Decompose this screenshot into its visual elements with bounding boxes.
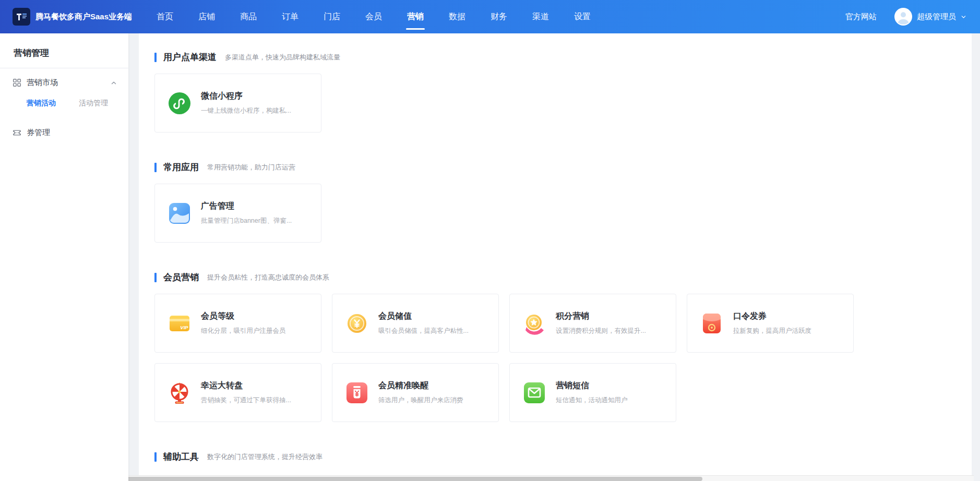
section-auxiliary-tools: 辅助工具数字化的门店管理系统，提升经营效率 <box>154 451 956 463</box>
card-description: 吸引会员储值，提高客户粘性... <box>378 327 469 335</box>
user-avatar-icon <box>894 8 912 26</box>
card-member-level[interactable]: VIP会员等级细化分层，吸引用户注册会员 <box>154 294 321 353</box>
top-nav: 首页店铺商品订单门店会员营销数据财务渠道设置 <box>144 0 603 33</box>
page-layout: 营销管理 营销市场营销活动活动管理券管理 用户点单渠道多渠道点单，快速为品牌构建… <box>0 33 980 481</box>
section-accent-bar <box>154 273 157 282</box>
nav-item-marketing[interactable]: 营销 <box>399 0 432 33</box>
card-member-wake[interactable]: 会员精准唤醒筛选用户，唤醒用户来店消费 <box>332 363 499 422</box>
card-texts: 会员等级细化分层，吸引用户注册会员 <box>201 311 286 335</box>
sidebar-item-marketing-market[interactable]: 营销市场 <box>13 78 117 88</box>
svg-text:VIP: VIP <box>180 324 188 330</box>
brand: 腾马餐饮多商户Saas业务端 <box>13 8 137 26</box>
section-order-channels: 用户点单渠道多渠道点单，快速为品牌构建私域流量微信小程序一键上线微信小程序，构建… <box>154 51 956 133</box>
card-texts: 广告管理批量管理门店banner图、弹窗... <box>201 201 292 225</box>
nav-item-home[interactable]: 首页 <box>148 0 182 33</box>
member-wake-icon <box>345 381 368 404</box>
card-description: 设置消费积分规则，有效提升... <box>556 327 646 335</box>
section-header: 用户点单渠道多渠道点单，快速为品牌构建私域流量 <box>154 51 956 63</box>
card-description: 短信通知，活动通知用户 <box>556 396 628 405</box>
card-texts: 微信小程序一键上线微信小程序，构建私... <box>201 91 291 115</box>
card-title: 营销短信 <box>556 380 628 391</box>
red-packet-icon <box>700 312 723 335</box>
nav-item-channel[interactable]: 渠道 <box>524 0 557 33</box>
vip-card-icon: VIP <box>168 312 191 335</box>
brand-title: 腾马餐饮多商户Saas业务端 <box>35 11 132 22</box>
card-texts: 幸运大转盘营销抽奖，可通过下单获得抽... <box>201 380 291 405</box>
sidebar-item-label: 券管理 <box>27 128 50 138</box>
section-member-marketing: 会员营销提升会员粘性，打造高忠诚度的会员体系VIP会员等级细化分层，吸引用户注册… <box>154 271 956 422</box>
card-wechat-mini-program[interactable]: 微信小程序一键上线微信小程序，构建私... <box>154 74 321 133</box>
official-website-link[interactable]: 官方网站 <box>845 12 877 22</box>
card-title: 会员精准唤醒 <box>378 380 463 391</box>
user-name: 超级管理员 <box>917 12 956 22</box>
sms-envelope-icon <box>523 381 546 404</box>
card-ad-manage[interactable]: 广告管理批量管理门店banner图、弹窗... <box>154 184 321 243</box>
card-title: 幸运大转盘 <box>201 380 291 391</box>
card-grid: VIP会员等级细化分层，吸引用户注册会员会员储值吸引会员储值，提高客户粘性...… <box>154 294 956 422</box>
card-marketing-sms[interactable]: 营销短信短信通知，活动通知用户 <box>509 363 676 422</box>
card-texts: 会员精准唤醒筛选用户，唤醒用户来店消费 <box>378 380 463 405</box>
card-description: 拉新复购，提高用户活跃度 <box>733 327 811 335</box>
card-grid: 微信小程序一键上线微信小程序，构建私... <box>154 74 956 133</box>
chevron-down-icon <box>961 14 966 20</box>
sidebar-subitem-activity-manage[interactable]: 活动管理 <box>79 99 108 108</box>
wechat-mini-program-icon <box>168 92 191 115</box>
section-title: 辅助工具 <box>163 451 199 463</box>
card-texts: 营销短信短信通知，活动通知用户 <box>556 380 628 405</box>
section-title: 用户点单渠道 <box>163 51 217 63</box>
section-subtitle: 常用营销功能，助力门店运营 <box>207 163 295 172</box>
coin-star-icon <box>523 312 546 335</box>
card-description: 细化分层，吸引用户注册会员 <box>201 327 286 335</box>
section-subtitle: 提升会员粘性，打造高忠诚度的会员体系 <box>207 273 329 282</box>
sidebar-title: 营销管理 <box>0 33 128 68</box>
sidebar: 营销管理 营销市场营销活动活动管理券管理 <box>0 33 128 481</box>
card-title: 会员储值 <box>378 311 469 322</box>
section-common-apps: 常用应用常用营销功能，助力门店运营广告管理批量管理门店banner图、弹窗... <box>154 161 956 243</box>
section-subtitle: 数字化的门店管理系统，提升经营效率 <box>207 452 322 462</box>
nav-item-data[interactable]: 数据 <box>440 0 474 33</box>
card-grid: 广告管理批量管理门店banner图、弹窗... <box>154 184 956 243</box>
nav-item-goods[interactable]: 商品 <box>232 0 265 33</box>
menu-group-marketing-market: 营销市场营销活动活动管理 <box>0 68 128 111</box>
card-title: 积分营销 <box>556 311 646 322</box>
sidebar-menu: 营销市场营销活动活动管理券管理 <box>0 68 128 138</box>
nav-item-order[interactable]: 订单 <box>273 0 307 33</box>
chevron-up-icon[interactable] <box>111 80 117 86</box>
section-title: 常用应用 <box>163 161 199 173</box>
card-points-marketing[interactable]: 积分营销设置消费积分规则，有效提升... <box>509 294 676 353</box>
sidebar-item-label: 营销市场 <box>27 78 58 88</box>
card-texts: 积分营销设置消费积分规则，有效提升... <box>556 311 646 335</box>
sidebar-subitem-marketing-activity[interactable]: 营销活动 <box>27 99 56 108</box>
brand-logo <box>13 8 30 26</box>
card-title: 广告管理 <box>201 201 292 212</box>
card-texts: 会员储值吸引会员储值，提高客户粘性... <box>378 311 469 335</box>
card-member-stored-value[interactable]: 会员储值吸引会员储值，提高客户粘性... <box>332 294 499 353</box>
user-menu[interactable]: 超级管理员 <box>894 8 966 26</box>
sidebar-submenu: 营销活动活动管理 <box>13 88 117 111</box>
menu-group-coupon-manage: 券管理 <box>0 118 128 138</box>
grid-icon <box>13 78 21 87</box>
section-accent-bar <box>154 53 157 62</box>
nav-item-finance[interactable]: 财务 <box>482 0 516 33</box>
nav-item-settings[interactable]: 设置 <box>566 0 599 33</box>
main-area: 用户点单渠道多渠道点单，快速为品牌构建私域流量微信小程序一键上线微信小程序，构建… <box>128 33 980 481</box>
nav-item-store[interactable]: 门店 <box>315 0 349 33</box>
card-password-coupon[interactable]: 口令发券拉新复购，提高用户活跃度 <box>687 294 854 353</box>
ad-image-icon <box>168 202 191 225</box>
sidebar-item-coupon-manage[interactable]: 券管理 <box>13 128 117 138</box>
nav-item-shop[interactable]: 店铺 <box>190 0 223 33</box>
nav-item-member[interactable]: 会员 <box>357 0 390 33</box>
section-accent-bar <box>154 452 157 462</box>
card-texts: 口令发券拉新复购，提高用户活跃度 <box>733 311 811 335</box>
header-right: 官方网站 超级管理员 <box>845 8 966 26</box>
card-description: 营销抽奖，可通过下单获得抽... <box>201 396 291 405</box>
section-header: 会员营销提升会员粘性，打造高忠诚度的会员体系 <box>154 271 956 283</box>
card-title: 会员等级 <box>201 311 286 322</box>
section-header: 常用应用常用营销功能，助力门店运营 <box>154 161 956 173</box>
card-lucky-wheel[interactable]: 幸运大转盘营销抽奖，可通过下单获得抽... <box>154 363 321 422</box>
coin-yuan-icon <box>345 312 368 335</box>
section-header: 辅助工具数字化的门店管理系统，提升经营效率 <box>154 451 956 463</box>
card-title: 口令发券 <box>733 311 811 322</box>
ticket-icon <box>13 128 21 137</box>
card-title: 微信小程序 <box>201 91 291 102</box>
